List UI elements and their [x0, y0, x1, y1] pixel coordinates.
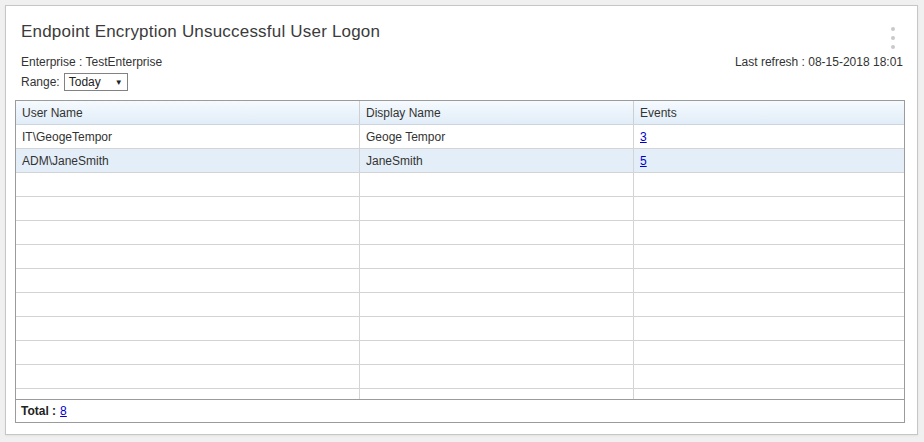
column-header-display-name: Display Name: [360, 101, 634, 124]
cell-display-name: [360, 221, 634, 244]
widget-panel: Endpoint Encryption Unsuccessful User Lo…: [5, 5, 918, 435]
cell-user-name: [16, 197, 360, 220]
kebab-vertical-icon: [891, 45, 895, 49]
table-body: IT\GeogeTemporGeoge Tempor3ADM\JaneSmith…: [16, 125, 904, 399]
table-row-empty: [16, 317, 904, 341]
cell-events: [634, 389, 904, 399]
meta-left: Enterprise : TestEnterprise Range: Today…: [21, 55, 162, 91]
cell-events: 5: [634, 149, 904, 172]
cell-display-name: [360, 365, 634, 388]
cell-events: [634, 197, 904, 220]
range-selected-value: Today: [69, 75, 101, 89]
cell-user-name: [16, 245, 360, 268]
events-table: User Name Display Name Events IT\GeogeTe…: [15, 100, 905, 423]
cell-display-name: JaneSmith: [360, 149, 634, 172]
kebab-vertical-icon: [891, 36, 895, 40]
cell-events: [634, 365, 904, 388]
table-row-empty: [16, 293, 904, 317]
cell-display-name: [360, 245, 634, 268]
total-label: Total :: [21, 404, 56, 418]
table-row-empty: [16, 197, 904, 221]
dashboard-background: Endpoint Encryption Unsuccessful User Lo…: [0, 0, 924, 442]
table-row: ADM\JaneSmithJaneSmith5: [16, 149, 904, 173]
table-row-empty: [16, 341, 904, 365]
range-dropdown[interactable]: Today ▼: [64, 73, 128, 91]
cell-display-name: [360, 341, 634, 364]
cell-display-name: [360, 173, 634, 196]
kebab-vertical-icon: [891, 27, 895, 31]
cell-events: [634, 221, 904, 244]
cell-user-name: [16, 269, 360, 292]
cell-user-name: [16, 317, 360, 340]
cell-display-name: Geoge Tempor: [360, 125, 634, 148]
table-row: IT\GeogeTemporGeoge Tempor3: [16, 125, 904, 149]
table-row-empty: [16, 269, 904, 293]
cell-events: [634, 341, 904, 364]
table-row-empty: [16, 365, 904, 389]
cell-user-name: [16, 341, 360, 364]
range-row: Range: Today ▼: [21, 73, 162, 91]
last-refresh-label: Last refresh : 08-15-2018 18:01: [735, 55, 903, 70]
events-count-link[interactable]: 5: [640, 154, 647, 168]
cell-display-name: [360, 389, 634, 399]
cell-display-name: [360, 269, 634, 292]
cell-events: [634, 269, 904, 292]
total-events-link[interactable]: 8: [60, 404, 67, 418]
widget-menu-button[interactable]: [886, 27, 900, 49]
range-label: Range:: [21, 75, 60, 89]
chevron-down-icon: ▼: [115, 78, 123, 87]
cell-user-name: IT\GeogeTempor: [16, 125, 360, 148]
cell-user-name: [16, 293, 360, 316]
cell-events: [634, 173, 904, 196]
widget-meta-row: Enterprise : TestEnterprise Range: Today…: [21, 55, 903, 91]
cell-user-name: [16, 173, 360, 196]
table-row-empty: [16, 221, 904, 245]
cell-events: [634, 317, 904, 340]
table-row-empty: [16, 389, 904, 399]
cell-user-name: ADM\JaneSmith: [16, 149, 360, 172]
cell-display-name: [360, 293, 634, 316]
table-row-empty: [16, 245, 904, 269]
cell-user-name: [16, 389, 360, 399]
cell-events: [634, 293, 904, 316]
cell-user-name: [16, 221, 360, 244]
column-header-user-name: User Name: [16, 101, 360, 124]
enterprise-label: Enterprise : TestEnterprise: [21, 55, 162, 70]
events-count-link[interactable]: 3: [640, 130, 647, 144]
cell-display-name: [360, 197, 634, 220]
cell-events: 3: [634, 125, 904, 148]
cell-user-name: [16, 365, 360, 388]
column-header-events: Events: [634, 101, 904, 124]
table-row-empty: [16, 173, 904, 197]
table-footer-row: Total : 8: [16, 399, 904, 422]
widget-title: Endpoint Encryption Unsuccessful User Lo…: [21, 22, 877, 42]
cell-display-name: [360, 317, 634, 340]
cell-events: [634, 245, 904, 268]
table-header-row: User Name Display Name Events: [16, 101, 904, 125]
